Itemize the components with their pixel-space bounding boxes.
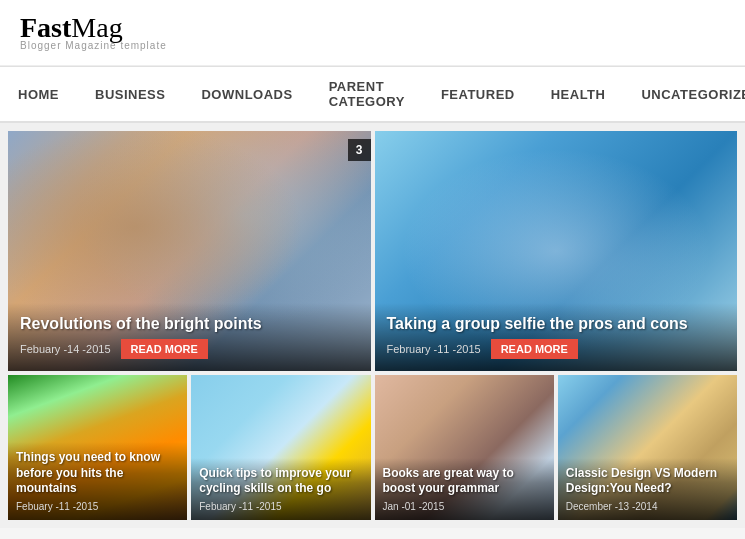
small-card-2[interactable]: Quick tips to improve your cycling skill… [191,375,370,520]
header: FastMag Blogger Magazine template [0,0,745,66]
small-card-date-1: Febuary -11 -2015 [16,501,179,512]
nav-link-parent-category[interactable]: PARENT CATEGORY [311,67,423,121]
featured-card-2[interactable]: Taking a group selfie the pros and cons … [375,131,738,371]
nav-link-downloads[interactable]: DOWNLOADS [183,75,310,114]
small-card-4[interactable]: Classic Design VS Modern Design:You Need… [558,375,737,520]
card-title-2: Taking a group selfie the pros and cons [387,315,726,333]
read-more-btn-2[interactable]: Read More [491,339,578,359]
small-card-title-1: Things you need to know before you hits … [16,450,179,497]
small-card-3[interactable]: Books are great way to boost your gramma… [375,375,554,520]
small-card-overlay-4: Classic Design VS Modern Design:You Need… [558,458,737,520]
card-meta-1: Febuary -14 -2015 Read More [20,339,359,359]
logo-subtitle: Blogger Magazine template [20,40,167,51]
card-overlay-2: Taking a group selfie the pros and cons … [375,303,738,371]
small-card-date-2: Febuary -11 -2015 [199,501,362,512]
small-card-title-3: Books are great way to boost your gramma… [383,466,546,497]
read-more-btn-1[interactable]: Read More [121,339,208,359]
bottom-row: Things you need to know before you hits … [8,375,737,520]
logo[interactable]: FastMag Blogger Magazine template [20,12,167,51]
small-card-title-4: Classic Design VS Modern Design:You Need… [566,466,729,497]
card-meta-2: February -11 -2015 Read More [387,339,726,359]
nav-item-featured[interactable]: FEATURED [423,75,533,114]
small-card-date-4: December -13 -2014 [566,501,729,512]
small-card-overlay-2: Quick tips to improve your cycling skill… [191,458,370,520]
main-content: 3 Revolutions of the bright points Febua… [0,123,745,528]
nav-link-health[interactable]: HEALTH [533,75,624,114]
nav-link-uncategorized[interactable]: UNCATEGORIZED [623,75,745,114]
nav-item-health[interactable]: HEALTH [533,75,624,114]
slide-counter: 3 [348,139,371,161]
featured-top-row: 3 Revolutions of the bright points Febua… [8,131,737,371]
small-card-overlay-1: Things you need to know before you hits … [8,442,187,520]
nav-link-home[interactable]: HOME [0,75,77,114]
nav-link-business[interactable]: BUSINESS [77,75,183,114]
card-date-1: Febuary -14 -2015 [20,343,111,355]
card-date-2: February -11 -2015 [387,343,481,355]
nav-item-home[interactable]: HOME [0,75,77,114]
small-card-1[interactable]: Things you need to know before you hits … [8,375,187,520]
card-title-1: Revolutions of the bright points [20,315,359,333]
nav-item-uncategorized[interactable]: UNCATEGORIZED [623,75,745,114]
small-card-title-2: Quick tips to improve your cycling skill… [199,466,362,497]
nav-link-featured[interactable]: FEATURED [423,75,533,114]
small-card-date-3: Jan -01 -2015 [383,501,546,512]
nav-item-business[interactable]: BUSINESS [77,75,183,114]
nav-item-downloads[interactable]: DOWNLOADS [183,75,310,114]
logo-fast-text: Fast [20,12,71,43]
navigation: HOME BUSINESS DOWNLOADS PARENT CATEGORY … [0,66,745,123]
nav-item-parent-category[interactable]: PARENT CATEGORY [311,67,423,121]
small-card-overlay-3: Books are great way to boost your gramma… [375,458,554,520]
logo-mag-text: Mag [71,12,122,43]
featured-card-1[interactable]: 3 Revolutions of the bright points Febua… [8,131,371,371]
card-overlay-1: Revolutions of the bright points Febuary… [8,303,371,371]
